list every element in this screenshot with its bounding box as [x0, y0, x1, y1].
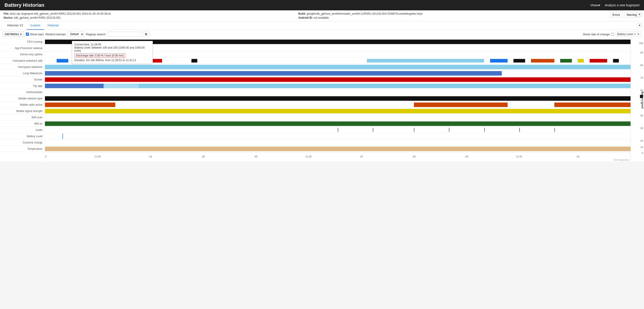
row-top-app: Top app Jan 26 2024 11:28:51 - 11:29:05 …: [45, 83, 630, 89]
x-tick-4: :45: [254, 155, 258, 158]
file-info-right: Build: google/sdk_gphone_arm64/emulator_…: [298, 12, 423, 19]
row-cpu: Current time: 11:28:55 Battery Level: be…: [45, 39, 630, 45]
x-tick-10: :15: [576, 155, 580, 158]
row-label-temperature: Temperature: [0, 146, 45, 152]
row-label-top-app: Top app: [0, 83, 45, 89]
toolbar: Add Metrics ▼ Show bars Restrict domain …: [0, 30, 644, 39]
audio-marker-4: [449, 128, 450, 132]
x-tick-7: :30: [412, 155, 416, 158]
bar-wifi-on: [45, 121, 630, 126]
tooltip-cpu-time: Current time: 11:28:55: [74, 43, 150, 46]
analyze-link[interactable]: Analyze a new bugreport: [605, 3, 640, 7]
x-axis: :15 11:29 :15 :30 :45 11:30 :15 :30 :45 …: [45, 152, 630, 158]
y-tick-30: 30: [640, 127, 643, 130]
show-rate-text: Show rate of change: [583, 33, 610, 36]
battery-level-dropdown-icon[interactable]: ▼: [637, 33, 640, 36]
x-tick-2: :15: [148, 155, 152, 158]
bar-top-app-2: [104, 84, 139, 88]
bar-top-app-3: [139, 84, 630, 88]
chart-content: Current time: 11:28:55 Battery Level: be…: [45, 39, 630, 161]
battery-level-marker: [62, 134, 63, 139]
file-info-android-id: Android ID: not available: [298, 16, 423, 19]
row-label-cpu: CPU running: [0, 39, 45, 45]
mini-bar-7: [367, 59, 484, 63]
gear-button[interactable]: ⚙: [143, 31, 150, 37]
bar-mobile-radio-2: [414, 103, 508, 107]
mini-bar-6: [192, 59, 197, 63]
audio-marker-3: [414, 128, 414, 132]
file-info-device: Device: sdk_gphone_arm64 RSR1.201216.001: [4, 16, 111, 19]
y-tick-0: 0: [642, 152, 643, 154]
row-label-mobile-network: Mobile network type: [0, 95, 45, 102]
copyright: ©2024 @jarcdisp: [45, 158, 630, 161]
show-rate-label: Show rate of change: [583, 33, 614, 36]
regexp-label: Regexp search: [86, 33, 106, 36]
audio-marker-2: [373, 128, 373, 132]
row-label-mobile-radio: Mobile radio active: [0, 102, 45, 108]
chart-container: CPU running App Processor wakeup Kernel …: [0, 39, 644, 161]
y-tick-90: 90: [640, 51, 643, 54]
file-info-build: Build: google/sdk_gphone_arm64/emulator_…: [298, 12, 423, 15]
mini-bar-1: [57, 59, 68, 63]
battery-level-badge: Battery Level ✕ ▼: [616, 32, 641, 37]
file-info-buttons: Errors Warnings ✕: [610, 12, 640, 18]
bar-mobile-radio-1: [45, 103, 115, 107]
tab-historian-v2[interactable]: Historian V2: [4, 21, 27, 30]
row-label-jobscheduler: JobScheduler: [0, 89, 45, 95]
views-menu[interactable]: Views▾: [590, 3, 600, 7]
tooltip-cpu: Current time: 11:28:55 Battery Level: be…: [72, 41, 153, 64]
audio-marker-7: [554, 128, 555, 132]
x-tick-5: 11:30: [305, 155, 312, 158]
domain-select[interactable]: Default: [68, 32, 84, 37]
tooltip-discharge-rate: Discharge rate: 0.00 % / hour (0.00 mA): [74, 53, 125, 58]
row-mobile-radio: [45, 102, 630, 108]
show-rate-checkbox[interactable]: [611, 33, 614, 36]
battery-level-remove-icon[interactable]: ✕: [634, 33, 636, 36]
show-bars-text: Show bars: [30, 33, 44, 36]
regexp-input[interactable]: [107, 32, 141, 37]
tab-custom[interactable]: Custom: [27, 21, 44, 30]
mini-bar-13: [590, 59, 607, 63]
y-tick-10: 10: [640, 146, 643, 148]
row-label-wifi-on: Wifi on: [0, 121, 45, 127]
toolbar-left: Add Metrics ▼ Show bars Restrict domain …: [3, 31, 150, 37]
audio-marker-1: [338, 128, 338, 132]
bar-top-app-1: [45, 84, 104, 88]
mini-bar-9: [514, 59, 525, 63]
bar-temperature: [45, 147, 630, 151]
bar-screen: [45, 77, 630, 82]
row-label-coulomb: Coulomb charge: [0, 139, 45, 146]
show-bars-checkbox[interactable]: [26, 33, 29, 36]
add-metrics-button[interactable]: Add Metrics ▼: [3, 32, 24, 37]
row-label-userspace-all: Userspace wakelock (all): [0, 58, 45, 64]
add-metrics-arrow-icon: ▼: [20, 33, 22, 36]
row-label-long-wakelocks: Long Wakelocks: [0, 70, 45, 77]
tab-historian[interactable]: Historian: [44, 21, 63, 30]
y-tick-70: 70: [640, 77, 643, 79]
row-labels: CPU running App Processor wakeup Kernel …: [0, 39, 45, 161]
y-tick-60: 60: [640, 89, 643, 92]
x-tick-0: :15: [45, 155, 47, 158]
row-temperature: [45, 146, 630, 152]
mini-bar-12: [578, 59, 584, 63]
x-tick-8: :45: [465, 155, 468, 158]
row-wifi-scan: [45, 114, 630, 121]
x-tick-3: :30: [201, 155, 205, 158]
tabs-close-button[interactable]: ✕: [637, 23, 642, 28]
chart-rows: Current time: 11:28:55 Battery Level: be…: [45, 39, 630, 152]
row-label-userspace: Userspace wakelock: [0, 64, 45, 70]
mini-bar-10: [531, 59, 554, 63]
row-label-kernel: Kernel only uptime: [0, 51, 45, 58]
bar-mobile-network: [45, 96, 630, 101]
file-info-left: File: test1.zip~bugreport-sdk_gphone_arm…: [4, 12, 111, 19]
file-info-bar: File: test1.zip~bugreport-sdk_gphone_arm…: [0, 10, 644, 21]
show-bars-label: Show bars: [26, 33, 44, 36]
row-label-battery-level: Battery Level: [0, 133, 45, 139]
file-info-close-button[interactable]: ✕: [637, 12, 642, 17]
row-label-app-processor: App Processor wakeup: [0, 45, 45, 51]
y-axis: 100 90 80 70 60 50 40 30 20 10 0 Battery…: [630, 39, 644, 161]
audio-marker-5: [484, 128, 485, 132]
add-metrics-label: Add Metrics: [5, 33, 19, 36]
row-label-screen: Screen: [0, 77, 45, 83]
errors-button[interactable]: Errors: [610, 12, 622, 18]
